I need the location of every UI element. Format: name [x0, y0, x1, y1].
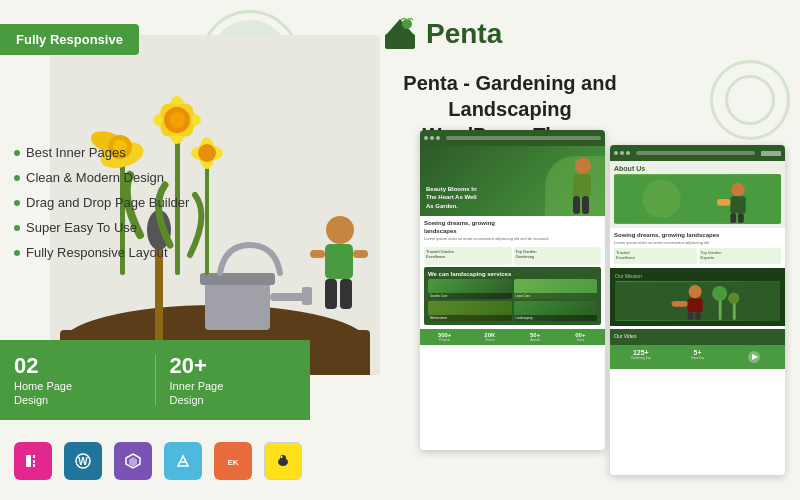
svg-text:W: W [78, 456, 88, 467]
svg-rect-49 [582, 196, 589, 214]
ss-right-dot-2 [620, 151, 624, 155]
ss-right-header [610, 145, 785, 161]
logo-icon [380, 14, 420, 54]
svg-rect-33 [353, 250, 368, 258]
svg-rect-37 [33, 464, 35, 467]
plugins-bar: W EK [14, 442, 302, 480]
svg-rect-0 [385, 34, 415, 49]
svg-point-66 [728, 293, 739, 304]
ss-right-dark-section: Our Mission [610, 268, 785, 326]
ss-about-title: About Us [614, 165, 781, 172]
svg-point-46 [575, 158, 591, 174]
svg-rect-54 [730, 213, 736, 223]
stat-label-1: Home PageDesign [14, 379, 141, 408]
ss-right-feat-1: TrustedExcellence [614, 248, 697, 264]
ss-stat-3: 50+ Awards [515, 332, 556, 342]
stat-item-2: 20+ Inner PageDesign [156, 340, 311, 420]
ss-service-4: Landscaping [514, 301, 598, 321]
mailchimp-icon [264, 442, 302, 480]
wordpress-icon: W [64, 442, 102, 480]
svg-marker-41 [129, 457, 137, 467]
svg-point-2 [402, 19, 412, 29]
svg-point-44 [280, 455, 286, 461]
ss-right-video-section: Our Video [610, 329, 785, 345]
ss-stat-4: 00+ Years [560, 332, 601, 342]
svg-text:EK: EK [227, 458, 238, 467]
ss-service-label-1: Garden Care [428, 293, 512, 299]
ss-services-title: We can landscaping services [428, 271, 597, 277]
ss-right-dot-1 [614, 151, 618, 155]
ss-right-nav [636, 151, 755, 155]
ss-hero-text: Beauty Blooms InThe Heart As WellAs Gard… [426, 185, 477, 210]
feature-item-1: Best Inner Pages [14, 140, 189, 165]
ss-stat-lbl-2: Clients [469, 338, 510, 342]
svg-point-58 [689, 285, 702, 298]
svg-rect-60 [688, 312, 694, 320]
stat-number-2: 20+ [170, 353, 297, 379]
ss-dark-subtitle: Our Mission [615, 273, 780, 279]
logo-area: Penta [380, 14, 502, 54]
screenshot-left: Beauty Blooms InThe Heart As WellAs Gard… [420, 130, 605, 450]
ss-stat-lbl-3: Awards [515, 338, 556, 342]
stat-number-1: 02 [14, 353, 141, 379]
ss-section1-title2: landscapes [424, 228, 601, 234]
svg-rect-47 [573, 174, 591, 196]
ss-dark-img [615, 281, 780, 321]
ss-left-header [420, 130, 605, 146]
svg-rect-7 [200, 273, 275, 285]
ss-left-hero: Beauty Blooms InThe Heart As WellAs Gard… [420, 146, 605, 216]
svg-point-45 [281, 456, 283, 458]
ss-stat-lbl-1: Projects [424, 338, 465, 342]
svg-rect-62 [672, 301, 688, 307]
svg-point-27 [198, 144, 216, 162]
stats-bar: 02 Home PageDesign 20+ Inner PageDesign [0, 340, 310, 420]
screenshot-right: About Us Sowing dreams, growing landscap… [610, 145, 785, 475]
ss-feature-icons: Trusted GardenExcellence Top GardenGarde… [420, 245, 605, 267]
ss-right-stat-num-2: 5+ [671, 349, 725, 356]
svg-rect-34 [26, 455, 31, 467]
ek-icon: EK [214, 442, 252, 480]
ss-dot-2 [430, 136, 434, 140]
ss-about-svg [614, 174, 781, 224]
features-list: Best Inner Pages Clean & Modern Design D… [14, 140, 189, 265]
svg-rect-50 [614, 175, 781, 223]
ss-right-stats: 125+ Gardening Exp 5+ Years Exp [610, 345, 785, 369]
ss-about-img [614, 174, 781, 224]
ss-nav-bar [446, 136, 601, 140]
ss-right-icon-area [727, 349, 781, 365]
svg-rect-36 [33, 460, 35, 463]
svg-point-52 [731, 183, 744, 196]
responsive-badge: Fully Responsive [0, 24, 139, 55]
feature-item-2: Clean & Modern Design [14, 165, 189, 190]
avada-icon [164, 442, 202, 480]
ss-stat-2: 20K Clients [469, 332, 510, 342]
svg-rect-61 [695, 312, 701, 320]
ss-feat-1: Trusted GardenExcellence [424, 247, 512, 265]
svg-rect-48 [573, 196, 580, 214]
ss-service-label-4: Landscaping [514, 315, 598, 321]
ss-stat-1: 300+ Projects [424, 332, 465, 342]
ss-right-dot-3 [626, 151, 630, 155]
ss-services-grid: Garden Care Lawn Care Maintenance Landsc… [428, 279, 597, 321]
ss-service-label-3: Maintenance [428, 315, 512, 321]
feature-item-5: Fully Responsive Layout [14, 240, 189, 265]
ss-right-subtitle: Sowing dreams, growing landscapes [614, 232, 781, 238]
ss-feat-2: Top GardenGardening [514, 247, 602, 265]
ss-right-stat-2: 5+ Years Exp [671, 349, 725, 365]
deco-circle-5 [725, 75, 775, 125]
ss-dot-3 [436, 136, 440, 140]
svg-rect-65 [733, 301, 736, 320]
ss-left-section1: Sowing dreams, growing landscapes Lorem … [420, 216, 605, 245]
stat-label-2: Inner PageDesign [170, 379, 297, 408]
svg-rect-9 [302, 287, 312, 305]
ss-section1-title: Sowing dreams, growing [424, 220, 601, 226]
svg-rect-59 [688, 298, 703, 312]
ss-video-label: Our Video [614, 333, 781, 339]
ss-service-2: Lawn Care [514, 279, 598, 299]
svg-point-23 [169, 112, 185, 128]
svg-rect-24 [205, 155, 209, 275]
ss-right-features: TrustedExcellence Top GardenExperts [614, 248, 781, 264]
ss-service-1: Garden Care [428, 279, 512, 299]
ss-right-about: About Us [610, 161, 785, 228]
ss-right-text-section: Sowing dreams, growing landscapes Lorem … [610, 228, 785, 268]
